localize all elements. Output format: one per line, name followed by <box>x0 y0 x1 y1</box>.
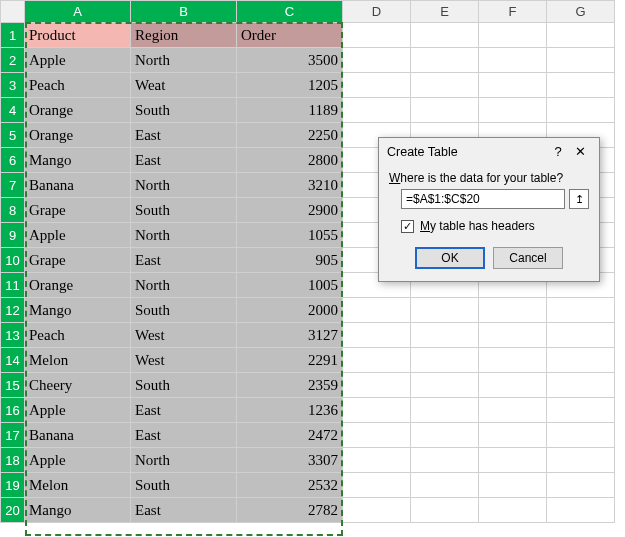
cell[interactable]: 3127 <box>237 323 343 348</box>
row-header[interactable]: 13 <box>1 323 25 348</box>
cell[interactable]: North <box>131 173 237 198</box>
row-header[interactable]: 2 <box>1 48 25 73</box>
cell[interactable] <box>547 48 615 73</box>
cell[interactable]: Mango <box>25 498 131 523</box>
cell[interactable]: Order <box>237 23 343 48</box>
row-header[interactable]: 8 <box>1 198 25 223</box>
cell[interactable]: North <box>131 48 237 73</box>
row-header[interactable]: 5 <box>1 123 25 148</box>
cell[interactable] <box>547 73 615 98</box>
cell[interactable]: Apple <box>25 48 131 73</box>
col-header-G[interactable]: G <box>547 1 615 23</box>
ok-button[interactable]: OK <box>415 247 485 269</box>
row-header[interactable]: 20 <box>1 498 25 523</box>
col-header-E[interactable]: E <box>411 1 479 23</box>
cell[interactable]: 1236 <box>237 398 343 423</box>
cell[interactable]: Banana <box>25 173 131 198</box>
cell[interactable]: East <box>131 498 237 523</box>
cancel-button[interactable]: Cancel <box>493 247 563 269</box>
cell[interactable] <box>411 473 479 498</box>
cell[interactable] <box>411 373 479 398</box>
cell[interactable] <box>411 73 479 98</box>
cell[interactable] <box>547 473 615 498</box>
row-header[interactable]: 16 <box>1 398 25 423</box>
cell[interactable] <box>479 448 547 473</box>
cell[interactable]: 1055 <box>237 223 343 248</box>
row-header[interactable]: 6 <box>1 148 25 173</box>
cell[interactable] <box>479 498 547 523</box>
cell[interactable]: East <box>131 398 237 423</box>
cell[interactable]: Orange <box>25 273 131 298</box>
cell[interactable]: Orange <box>25 98 131 123</box>
cell[interactable]: 2472 <box>237 423 343 448</box>
cell[interactable] <box>479 423 547 448</box>
select-all-corner[interactable] <box>1 1 25 23</box>
cell[interactable] <box>479 98 547 123</box>
cell[interactable] <box>547 448 615 473</box>
cell[interactable]: South <box>131 198 237 223</box>
col-header-A[interactable]: A <box>25 1 131 23</box>
cell[interactable] <box>411 448 479 473</box>
cell[interactable] <box>479 298 547 323</box>
col-header-C[interactable]: C <box>237 1 343 23</box>
cell[interactable] <box>343 73 411 98</box>
cell[interactable] <box>411 323 479 348</box>
cell[interactable] <box>411 98 479 123</box>
cell[interactable] <box>479 73 547 98</box>
cell[interactable] <box>547 298 615 323</box>
cell[interactable]: 2359 <box>237 373 343 398</box>
cell[interactable]: Melon <box>25 348 131 373</box>
cell[interactable] <box>547 498 615 523</box>
cell[interactable]: 3307 <box>237 448 343 473</box>
cell[interactable] <box>547 23 615 48</box>
cell[interactable]: Grape <box>25 198 131 223</box>
cell[interactable]: South <box>131 473 237 498</box>
cell[interactable]: East <box>131 123 237 148</box>
cell[interactable] <box>343 48 411 73</box>
cell[interactable]: 3500 <box>237 48 343 73</box>
cell[interactable] <box>479 323 547 348</box>
cell[interactable] <box>343 473 411 498</box>
cell[interactable]: South <box>131 98 237 123</box>
cell[interactable] <box>343 398 411 423</box>
cell[interactable]: 2800 <box>237 148 343 173</box>
cell[interactable] <box>343 348 411 373</box>
cell[interactable]: North <box>131 223 237 248</box>
row-header[interactable]: 1 <box>1 23 25 48</box>
cell[interactable] <box>343 298 411 323</box>
row-header[interactable]: 12 <box>1 298 25 323</box>
cell[interactable]: North <box>131 273 237 298</box>
cell[interactable]: 1189 <box>237 98 343 123</box>
cell[interactable]: 2250 <box>237 123 343 148</box>
row-header[interactable]: 14 <box>1 348 25 373</box>
cell[interactable] <box>547 323 615 348</box>
cell[interactable]: Banana <box>25 423 131 448</box>
cell[interactable]: Apple <box>25 223 131 248</box>
cell[interactable] <box>479 373 547 398</box>
cell[interactable] <box>547 423 615 448</box>
cell[interactable]: Apple <box>25 398 131 423</box>
headers-checkbox[interactable]: ✓ <box>401 220 414 233</box>
cell[interactable]: East <box>131 148 237 173</box>
cell[interactable] <box>479 473 547 498</box>
cell[interactable] <box>411 498 479 523</box>
cell[interactable]: Weat <box>131 73 237 98</box>
cell[interactable]: 905 <box>237 248 343 273</box>
row-header[interactable]: 11 <box>1 273 25 298</box>
cell[interactable]: 1005 <box>237 273 343 298</box>
close-icon[interactable]: ✕ <box>569 144 591 159</box>
cell[interactable]: Mango <box>25 298 131 323</box>
cell[interactable] <box>343 23 411 48</box>
cell[interactable] <box>411 48 479 73</box>
row-header[interactable]: 4 <box>1 98 25 123</box>
row-header[interactable]: 17 <box>1 423 25 448</box>
cell[interactable] <box>479 23 547 48</box>
cell[interactable] <box>343 448 411 473</box>
cell[interactable]: East <box>131 423 237 448</box>
cell[interactable]: South <box>131 373 237 398</box>
cell[interactable] <box>343 498 411 523</box>
cell[interactable] <box>479 398 547 423</box>
cell[interactable]: Cheery <box>25 373 131 398</box>
cell[interactable] <box>479 48 547 73</box>
cell[interactable] <box>411 348 479 373</box>
